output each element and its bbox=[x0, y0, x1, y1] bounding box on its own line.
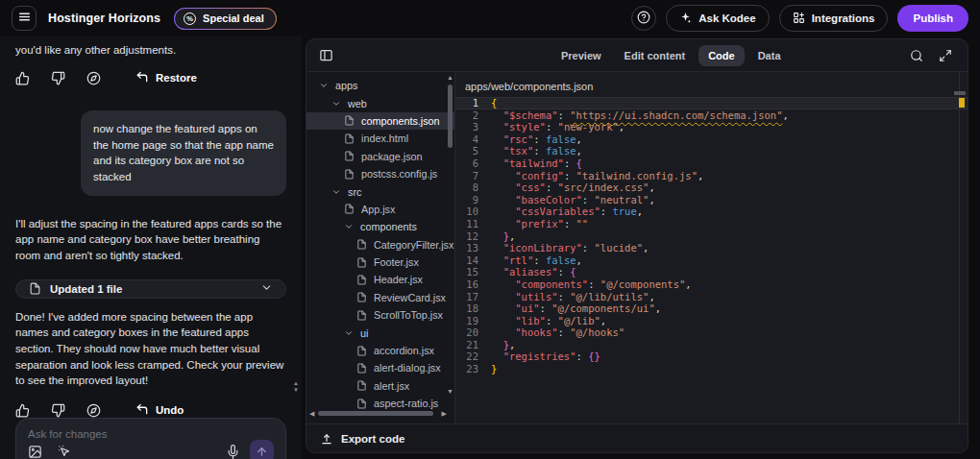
integrations-icon bbox=[793, 12, 805, 26]
code-line-20: 20 "hooks": "@/hooks" bbox=[455, 326, 968, 339]
tree-item-components.json[interactable]: components.json bbox=[306, 112, 454, 130]
file-icon bbox=[356, 363, 367, 374]
tree-item-ReviewCard.jsx[interactable]: ReviewCard.jsx bbox=[306, 289, 454, 306]
tree-item-App.jsx[interactable]: App.jsx bbox=[306, 201, 454, 218]
code-line-16: 16 "components": "@/components", bbox=[455, 278, 968, 291]
editor-scrollbar-thumb[interactable] bbox=[954, 91, 966, 95]
compass-icon[interactable] bbox=[86, 71, 101, 85]
code-line-6: 6 "tailwind": { bbox=[455, 157, 968, 170]
tree-vertical-scrollbar[interactable] bbox=[448, 85, 453, 148]
tree-scroll-down-icon[interactable]: ▼ bbox=[447, 388, 453, 395]
tree-item-index.html[interactable]: index.html bbox=[306, 130, 454, 147]
file-icon bbox=[356, 310, 367, 321]
tree-item-package.json[interactable]: package.json bbox=[306, 148, 454, 165]
code-line-8: 8 "css": "src/index.css", bbox=[455, 181, 968, 194]
tab-edit-content[interactable]: Edit content bbox=[615, 45, 696, 66]
updated-files-card[interactable]: Updated 1 file bbox=[15, 279, 286, 299]
undo-button[interactable]: Undo bbox=[135, 402, 184, 418]
tree-item-label: postcss.config.js bbox=[361, 168, 437, 180]
publish-button[interactable]: Publish bbox=[897, 5, 968, 32]
file-path: apps/web/components.json bbox=[455, 72, 968, 95]
tree-item-label: apps bbox=[335, 80, 357, 91]
editor-scrollbar-track[interactable] bbox=[959, 72, 960, 423]
code-line-14: 14 "rtl": false, bbox=[455, 254, 968, 267]
menu-button[interactable] bbox=[12, 6, 37, 31]
select-element-icon[interactable] bbox=[58, 445, 72, 459]
attach-image-icon[interactable] bbox=[28, 445, 42, 459]
ask-kodee-label: Ask Kodee bbox=[698, 12, 755, 24]
compass-icon[interactable] bbox=[86, 403, 101, 418]
tree-item-Header.jsx[interactable]: Header.jsx bbox=[306, 271, 454, 288]
toggle-sidebar-icon[interactable] bbox=[319, 48, 333, 62]
line-number: 23 bbox=[455, 363, 478, 375]
thumbs-down-icon[interactable] bbox=[51, 71, 65, 85]
tree-item-apps[interactable]: apps bbox=[306, 77, 454, 94]
tree-item-src[interactable]: src bbox=[306, 182, 454, 200]
tree-scroll-left-icon[interactable]: ◀ bbox=[309, 410, 314, 418]
send-button[interactable] bbox=[250, 440, 274, 459]
file-icon bbox=[356, 346, 367, 356]
code-line-17: 17 "utils": "@/lib/utils", bbox=[455, 291, 968, 303]
export-icon bbox=[320, 432, 333, 446]
thumbs-up-icon[interactable] bbox=[15, 71, 30, 85]
export-code-button[interactable]: Export code bbox=[306, 423, 968, 452]
restore-button[interactable]: Restore bbox=[135, 70, 197, 85]
line-number: 4 bbox=[455, 133, 478, 146]
workspace-panel: Preview Edit content Code Data appswebco… bbox=[306, 38, 968, 453]
line-number: 17 bbox=[455, 291, 478, 303]
file-tree-panel: appswebcomponents.jsonindex.htmlpackage.… bbox=[306, 72, 455, 423]
tab-preview[interactable]: Preview bbox=[551, 45, 611, 66]
code-editor: apps/web/components.json 1{2 "$schema": … bbox=[455, 72, 968, 423]
tree-item-Footer.jsx[interactable]: Footer.jsx bbox=[306, 254, 454, 271]
file-icon bbox=[344, 133, 355, 144]
tree-item-alert-dialog.jsx[interactable]: alert-dialog.jsx bbox=[306, 359, 454, 376]
tree-scroll-up-icon[interactable]: ▲ bbox=[447, 74, 453, 81]
code-line-10: 10 "cssVariables": true, bbox=[455, 205, 968, 218]
chevron-down-icon bbox=[331, 187, 341, 197]
tree-item-alert.jsx[interactable]: alert.jsx bbox=[306, 377, 454, 395]
user-message-bubble: now change the featured apps on the home… bbox=[81, 110, 286, 196]
tab-data[interactable]: Data bbox=[748, 45, 791, 66]
file-icon bbox=[356, 257, 367, 268]
tree-item-web[interactable]: web bbox=[306, 94, 454, 111]
line-number: 7 bbox=[455, 170, 478, 182]
workspace-header: Preview Edit content Code Data bbox=[306, 39, 968, 72]
line-number: 5 bbox=[455, 145, 478, 157]
tree-item-ScrollToTop.jsx[interactable]: ScrollToTop.jsx bbox=[306, 306, 454, 324]
tab-code[interactable]: Code bbox=[698, 45, 745, 66]
chat-input-box bbox=[15, 418, 286, 459]
sparkle-icon bbox=[679, 12, 692, 26]
tree-scroll-right-icon[interactable]: ▶ bbox=[442, 410, 447, 418]
line-number: 2 bbox=[455, 109, 478, 122]
ask-kodee-button[interactable]: Ask Kodee bbox=[666, 5, 769, 32]
file-icon bbox=[344, 151, 355, 161]
fullscreen-icon[interactable] bbox=[939, 49, 952, 62]
chat-input[interactable] bbox=[28, 428, 274, 440]
mic-icon[interactable] bbox=[226, 445, 240, 459]
tree-horizontal-scrollbar[interactable]: ◀ ▶ bbox=[306, 410, 454, 418]
tree-item-CategoryFilter.jsx[interactable]: CategoryFilter.jsx bbox=[306, 236, 454, 254]
tree-item-label: components bbox=[360, 221, 417, 232]
message-actions-row: Restore bbox=[15, 70, 286, 85]
tree-item-accordion.jsx[interactable]: accordion.jsx bbox=[306, 342, 454, 359]
code-line-4: 4 "rsc": false, bbox=[455, 133, 968, 146]
tree-item-label: accordion.jsx bbox=[374, 345, 434, 356]
code-content[interactable]: 1{2 "$schema": "https://ui.shadcn.com/sc… bbox=[455, 97, 968, 375]
chat-scrollbar[interactable]: ▲▼ bbox=[293, 380, 299, 393]
integrations-button[interactable]: Integrations bbox=[779, 5, 889, 32]
code-line-11: 11 "prefix": "" bbox=[455, 218, 968, 230]
tree-item-components[interactable]: components bbox=[306, 218, 454, 235]
thumbs-down-icon[interactable] bbox=[51, 403, 65, 418]
tree-item-ui[interactable]: ui bbox=[306, 324, 454, 341]
tree-item-postcss.config.js[interactable]: postcss.config.js bbox=[306, 165, 454, 182]
thumbs-up-icon[interactable] bbox=[15, 403, 30, 418]
tree-horizontal-thumb[interactable] bbox=[318, 411, 433, 416]
help-button[interactable] bbox=[631, 6, 656, 31]
code-line-18: 18 "ui": "@/components/ui", bbox=[455, 302, 968, 315]
line-number: 22 bbox=[455, 350, 478, 363]
line-number: 18 bbox=[455, 302, 478, 315]
special-deal-badge[interactable]: % Special deal bbox=[174, 8, 277, 30]
search-icon[interactable] bbox=[910, 49, 923, 62]
assistant-message-2: Done! I've added more spacing between th… bbox=[15, 309, 286, 389]
tree-item-label: ReviewCard.jsx bbox=[374, 292, 446, 303]
